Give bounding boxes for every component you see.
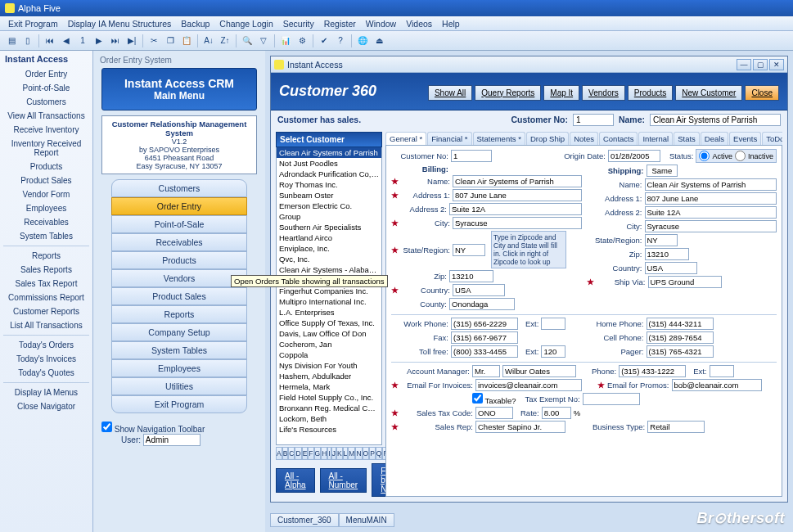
sidebar-item[interactable]: Commissions Report: [0, 291, 92, 304]
tb-sort-desc-icon[interactable]: Z↑: [217, 34, 233, 48]
ship-city[interactable]: [645, 220, 777, 232]
tb-prev-icon[interactable]: ◀: [58, 34, 74, 48]
alpha-button[interactable]: H: [321, 447, 327, 460]
fax[interactable]: [451, 331, 518, 344]
tab[interactable]: Stats: [674, 132, 700, 145]
alpha-button[interactable]: Q: [376, 447, 383, 460]
list-item[interactable]: Not Just Poodles: [277, 158, 381, 169]
tabs[interactable]: General *Financial *Statements *Drop Shi…: [385, 132, 782, 146]
header-button[interactable]: Show All: [428, 85, 472, 101]
pager[interactable]: [647, 345, 714, 358]
alpha-button[interactable]: P: [369, 447, 376, 460]
ship-zip[interactable]: [645, 248, 689, 260]
sidebar-item[interactable]: Sales Reports: [0, 263, 92, 277]
alpha-button[interactable]: M: [348, 447, 355, 460]
list-item[interactable]: Nys Division For Youth: [277, 360, 381, 371]
menu-item[interactable]: Help: [437, 17, 465, 30]
tb-cut-icon[interactable]: ✂: [146, 34, 162, 48]
list-item[interactable]: Roy Thomas Inc.: [277, 179, 381, 190]
nav-button[interactable]: Products: [111, 251, 247, 269]
tollfree[interactable]: [451, 345, 518, 358]
email-promos[interactable]: [672, 379, 762, 391]
sidebar-item[interactable]: List All Transactions: [0, 318, 92, 332]
sidebar-item[interactable]: Vendor Form: [0, 187, 92, 201]
sidebar-item[interactable]: Today's Orders: [0, 338, 92, 352]
header-button[interactable]: Products: [628, 85, 673, 101]
list-item[interactable]: Sunbeam Oster: [277, 190, 381, 201]
bill-county[interactable]: [449, 298, 515, 310]
acctmgr-prefix[interactable]: [472, 365, 500, 377]
bill-country[interactable]: [453, 284, 505, 296]
header-button[interactable]: Close: [745, 85, 779, 101]
header-button[interactable]: New Customer: [675, 85, 742, 101]
tab[interactable]: Contacts: [599, 132, 638, 145]
header-button[interactable]: Vendors: [582, 85, 625, 101]
customer-list[interactable]: Clean Air Systems of ParrishNot Just Poo…: [276, 147, 382, 445]
alpha-filter-row[interactable]: ABCDEFGHIJKLMNOPQRSTUVWXYZ: [276, 447, 382, 460]
tb-paste-icon[interactable]: 📋: [178, 34, 195, 48]
nav-button[interactable]: Order Entry: [111, 197, 247, 215]
list-item[interactable]: Enviplace, Inc.: [277, 243, 381, 254]
list-item[interactable]: Clean Air Systems - Alabama: [277, 264, 381, 275]
sidebar-item[interactable]: Point-of-Sale: [0, 81, 92, 95]
taxexempt-no[interactable]: [583, 393, 640, 405]
alpha-button[interactable]: L: [343, 447, 349, 460]
sidebar-item[interactable]: Display IA Menus: [0, 385, 92, 399]
tab[interactable]: ToDos: [762, 132, 782, 145]
header-button[interactable]: Query Reports: [475, 85, 541, 101]
tb-sort-asc-icon[interactable]: A↓: [201, 34, 217, 48]
ship-state[interactable]: [645, 234, 678, 246]
nav-button[interactable]: Customers: [111, 179, 247, 197]
email-invoices[interactable]: [475, 379, 582, 391]
sidebar-item[interactable]: Customer Reports: [0, 304, 92, 318]
nav-button[interactable]: Reports: [111, 305, 247, 323]
alpha-button[interactable]: D: [295, 447, 301, 460]
header-button[interactable]: Map It: [543, 85, 579, 101]
close-button[interactable]: ✕: [769, 59, 784, 70]
list-item[interactable]: Coppola: [277, 349, 381, 360]
tb-filter-icon[interactable]: ▽: [255, 34, 272, 48]
bill-addr2[interactable]: [449, 203, 582, 215]
sidebar-item[interactable]: Receivables: [0, 215, 92, 229]
acctmgr[interactable]: [502, 365, 576, 377]
filter-button[interactable]: All - Alpha: [276, 468, 315, 493]
menu-item[interactable]: Window: [361, 17, 401, 30]
tab[interactable]: Notes: [570, 132, 598, 145]
nav-button[interactable]: Point-of-Sale: [111, 215, 247, 233]
sidebar-item[interactable]: System Tables: [0, 229, 92, 243]
ext1[interactable]: [541, 318, 565, 330]
menu-item[interactable]: Display IA Menu Structures: [63, 17, 177, 30]
tab[interactable]: Statements *: [473, 132, 525, 145]
sidebar-item[interactable]: Products: [0, 160, 92, 174]
sidebar-item[interactable]: Employees: [0, 201, 92, 215]
ship-addr1[interactable]: [645, 192, 777, 205]
home-phone[interactable]: [647, 318, 714, 330]
tb-goto-icon[interactable]: 1: [74, 34, 91, 48]
menu-item[interactable]: Register: [319, 17, 361, 30]
taxable-check[interactable]: Taxable?: [472, 393, 516, 405]
alpha-button[interactable]: B: [282, 447, 289, 460]
sidebar-item[interactable]: Customers: [0, 95, 92, 109]
sales-rep[interactable]: [475, 421, 565, 433]
alpha-button[interactable]: O: [363, 447, 370, 460]
filter-button[interactable]: All - Number: [320, 468, 367, 493]
list-item[interactable]: Adrondack Purification Co,Inc: [277, 169, 381, 179]
tb-next-icon[interactable]: ▶: [91, 34, 107, 48]
sidebar-item[interactable]: Inventory Received Report: [0, 137, 92, 160]
list-item[interactable]: Multipro International Inc.: [277, 296, 381, 307]
tax-rate[interactable]: [542, 407, 571, 419]
same-button[interactable]: Same: [647, 165, 678, 177]
tb-new-icon[interactable]: ▤: [3, 34, 20, 48]
ship-addr2[interactable]: [645, 206, 777, 219]
sidebar-item[interactable]: Receive Inventory: [0, 123, 92, 137]
custno-display[interactable]: [573, 114, 614, 126]
bill-city[interactable]: [453, 217, 582, 229]
nav-button[interactable]: Employees: [111, 359, 247, 377]
tb-exit-icon[interactable]: ⏏: [371, 34, 387, 48]
tb-check-icon[interactable]: ✔: [316, 34, 332, 48]
tb-link-icon[interactable]: ⚙: [294, 34, 310, 48]
menu-item[interactable]: Change Login: [214, 17, 277, 30]
tb-last-icon[interactable]: ⏭: [107, 34, 124, 48]
bill-state[interactable]: [453, 244, 485, 256]
list-item[interactable]: Emerson Electric Co.: [277, 201, 381, 211]
